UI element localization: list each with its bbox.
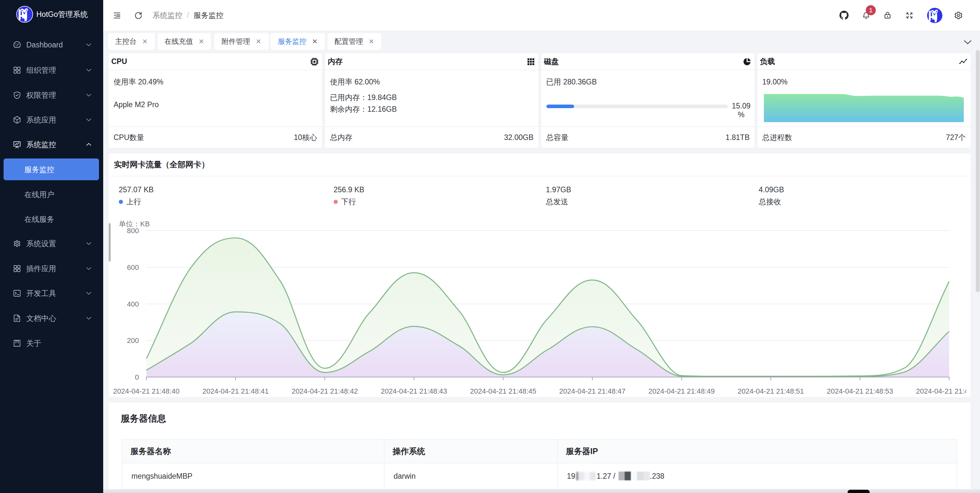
svg-text:800: 800: [127, 227, 139, 235]
svg-text:2024-04-21 21:48:41: 2024-04-21 21:48:41: [202, 387, 269, 395]
svg-text:200: 200: [127, 337, 139, 345]
svg-text:600: 600: [127, 263, 139, 271]
svg-text:2024-04-21 21:48:49: 2024-04-21 21:48:49: [648, 387, 714, 395]
svg-text:2024-04-21 21:48:42: 2024-04-21 21:48:42: [292, 387, 358, 395]
svg-text:2024-04-21 21:48:47: 2024-04-21 21:48:47: [559, 387, 625, 395]
svg-text:2024-04-21 21:48:53: 2024-04-21 21:48:53: [827, 387, 893, 395]
svg-text:2024-04-21 21:48:43: 2024-04-21 21:48:43: [381, 387, 447, 395]
svg-text:0: 0: [135, 373, 139, 381]
svg-text:400: 400: [127, 300, 139, 308]
svg-text:2024-04-21 21:48:55: 2024-04-21 21:48:55: [916, 387, 966, 395]
svg-text:2024-04-21 21:48:51: 2024-04-21 21:48:51: [738, 387, 804, 395]
svg-text:2024-04-21 21:48:40: 2024-04-21 21:48:40: [113, 387, 180, 395]
svg-text:2024-04-21 21:48:45: 2024-04-21 21:48:45: [470, 387, 536, 395]
